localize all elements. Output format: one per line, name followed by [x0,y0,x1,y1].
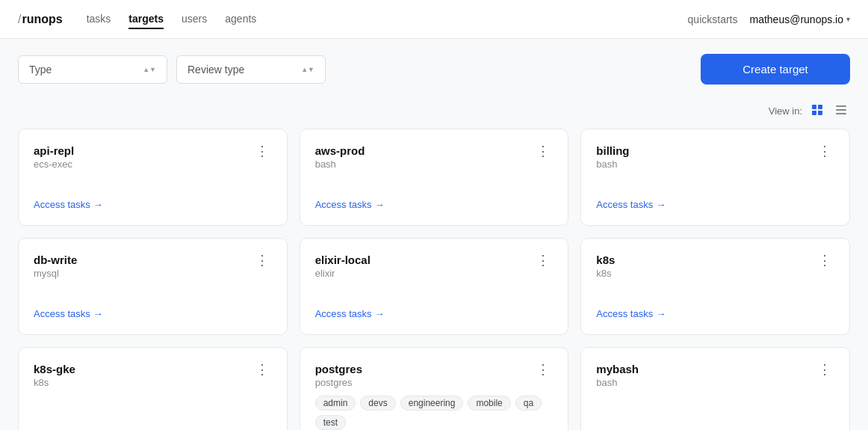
review-type-arrows-icon: ▲▼ [301,66,314,73]
card-title: billing [596,144,629,157]
card-footer: Access tasks → [596,187,834,210]
nav-tasks[interactable]: tasks [87,10,111,29]
arrow-right-icon: → [656,308,666,319]
card-menu-button[interactable]: ⋮ [815,254,834,267]
user-menu[interactable]: matheus@runops.io ▾ [749,13,850,25]
card-title: db-write [34,254,77,266]
toolbar: Type ▲▼ Review type ▲▼ Create target [0,39,868,99]
card-footer: Access tasks → [315,296,554,319]
svg-rect-1 [818,105,822,109]
chevron-down-icon: ▾ [846,15,850,23]
grid-view-button[interactable] [808,102,826,120]
access-tasks-link[interactable]: Access tasks → [34,199,272,210]
nav-agents[interactable]: agents [225,10,256,29]
card-info: postgres postgres [315,363,362,388]
card-title: k8s [596,254,615,266]
tag: devs [360,396,395,411]
card-title: postgres [315,363,362,375]
card-footer: Access tasks → [315,187,554,210]
card-menu-button[interactable]: ⋮ [533,144,553,158]
card-title: k8s-gke [34,363,75,375]
svg-rect-4 [836,105,846,107]
tag: qa [515,396,542,411]
list-view-button[interactable] [832,102,850,120]
card-header: elixir-local elixir ⋮ [315,254,554,279]
card-header: aws-prod bash ⋮ [315,144,554,170]
type-arrows-icon: ▲▼ [143,66,156,73]
type-filter[interactable]: Type ▲▼ [18,55,167,84]
nav-users[interactable]: users [182,10,207,29]
logo-name: runops [22,13,62,26]
review-type-label: Review type [187,64,244,76]
quickstarts-link[interactable]: quickstarts [688,13,738,25]
card-menu-button[interactable]: ⋮ [533,363,553,376]
card-subtitle: k8s [34,377,75,388]
tag: engineering [400,396,464,411]
tag: test [315,415,346,430]
card-header: k8s-gke k8s ⋮ [34,363,272,388]
card-info: mybash bash [596,363,639,388]
arrow-right-icon: → [93,308,103,319]
card-info: aws-prod bash [315,144,365,170]
card-header: db-write mysql ⋮ [34,254,272,279]
card-header: api-repl ecs-exec ⋮ [34,144,272,170]
card-subtitle: k8s [596,268,615,279]
access-tasks-link[interactable]: Access tasks → [315,199,554,210]
target-card: k8s-gke k8s ⋮ Access tasks → [18,347,288,430]
logo-slash: / [18,13,21,26]
card-title: aws-prod [315,144,365,157]
card-info: api-repl ecs-exec [34,144,74,170]
card-info: elixir-local elixir [315,254,371,279]
nav-targets[interactable]: targets [128,10,164,29]
target-card: api-repl ecs-exec ⋮ Access tasks → [18,129,288,226]
card-info: billing bash [596,144,629,170]
card-menu-button[interactable]: ⋮ [252,144,272,158]
svg-rect-5 [836,109,846,111]
type-label: Type [29,64,52,76]
target-card: k8s k8s ⋮ Access tasks → [580,238,850,335]
card-title: mybash [596,363,639,375]
card-menu-button[interactable]: ⋮ [533,254,553,267]
logo[interactable]: /runops [18,13,63,26]
target-card: db-write mysql ⋮ Access tasks → [18,238,288,335]
card-footer: Access tasks → [596,296,834,319]
card-menu-button[interactable]: ⋮ [252,363,272,376]
card-subtitle: bash [596,159,629,170]
svg-rect-3 [818,111,822,115]
card-title: elixir-local [315,254,371,266]
grid-icon [811,104,823,116]
target-card: elixir-local elixir ⋮ Access tasks → [300,238,569,335]
create-target-button[interactable]: Create target [701,54,850,85]
tag: admin [315,396,356,411]
view-controls: View in: [0,99,868,129]
card-footer: Access tasks → [34,296,272,319]
arrow-right-icon: → [93,199,103,210]
card-header: mybash bash ⋮ [596,363,834,388]
user-email: matheus@runops.io [749,13,843,25]
arrow-right-icon: → [375,199,385,210]
svg-rect-6 [836,113,846,114]
svg-rect-0 [812,105,816,109]
card-info: k8s-gke k8s [34,363,75,388]
access-tasks-link[interactable]: Access tasks → [34,308,272,319]
card-footer: Access tasks → [34,187,272,210]
access-tasks-link[interactable]: Access tasks → [315,308,554,319]
view-label: View in: [769,105,802,117]
access-tasks-link[interactable]: Access tasks → [596,199,834,210]
nav-links: tasks targets users agents [87,10,688,29]
target-card: billing bash ⋮ Access tasks → [580,129,850,226]
arrow-right-icon: → [656,199,666,210]
card-header: k8s k8s ⋮ [596,254,834,279]
card-menu-button[interactable]: ⋮ [252,254,272,267]
navbar: /runops tasks targets users agents quick… [0,0,868,39]
card-menu-button[interactable]: ⋮ [815,144,834,158]
card-header: postgres postgres ⋮ [315,363,554,388]
card-menu-button[interactable]: ⋮ [815,363,834,376]
tag: mobile [468,396,510,411]
review-type-filter[interactable]: Review type ▲▼ [176,55,326,84]
access-tasks-link[interactable]: Access tasks → [596,308,834,319]
card-subtitle: mysql [34,268,77,279]
target-card: mybash bash ⋮ Access tasks → [580,347,850,430]
target-card: aws-prod bash ⋮ Access tasks → [300,129,569,226]
target-card: postgres postgres ⋮ admindevsengineering… [300,347,569,430]
